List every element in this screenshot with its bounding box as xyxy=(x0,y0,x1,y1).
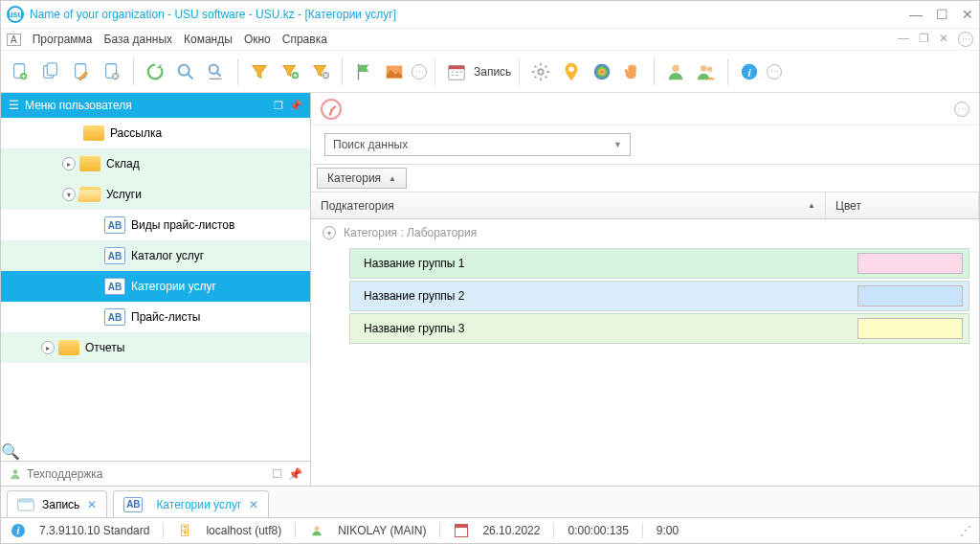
tree-item-label: Прайс-листы xyxy=(131,310,201,324)
filter-clear-button[interactable] xyxy=(307,58,334,85)
tree-item[interactable]: ABПрайс-листы xyxy=(1,302,310,332)
resize-grip[interactable]: ⋰ xyxy=(960,524,969,537)
tab-label: Категории услуг xyxy=(156,498,241,511)
calendar-button[interactable] xyxy=(443,58,470,85)
search-list-button[interactable] xyxy=(203,58,230,85)
toolbar-more-1[interactable]: ⋯ xyxy=(412,64,427,79)
tree-item[interactable]: ABКатегории услуг xyxy=(1,271,310,302)
menu-commands[interactable]: Команды xyxy=(184,33,233,46)
tree-item[interactable]: ▸Отчеты xyxy=(1,332,310,363)
location-button[interactable] xyxy=(558,58,585,85)
col-subcategory-label: Подкатегория xyxy=(321,199,394,213)
group-bar: Категория ▲ xyxy=(311,164,979,193)
record-label[interactable]: Запись xyxy=(474,65,511,79)
font-box-icon[interactable]: A xyxy=(7,34,21,46)
tab-close-icon[interactable]: ✕ xyxy=(87,498,97,511)
bottom-tab[interactable]: ABКатегории услуг✕ xyxy=(113,490,269,517)
bottom-tab[interactable]: Запись✕ xyxy=(7,490,107,517)
table-row[interactable]: Название группы 2 xyxy=(349,281,969,311)
mdi-close-button[interactable]: ✕ xyxy=(939,32,948,47)
toolbar-more-2[interactable]: ⋯ xyxy=(767,64,782,79)
collapse-icon[interactable]: ▾ xyxy=(323,226,336,239)
titlebar: usu Name of your organization - USU soft… xyxy=(1,1,979,28)
svg-point-15 xyxy=(569,66,575,72)
search-dropdown[interactable]: Поиск данных ▼ xyxy=(324,133,631,156)
delete-doc-button[interactable] xyxy=(99,58,125,85)
left-pane: ☰ Меню пользователя ❐ 📌 Рассылка▸Склад▾У… xyxy=(1,93,311,486)
tab-close-icon[interactable]: ✕ xyxy=(249,498,258,511)
body: ☰ Меню пользователя ❐ 📌 Рассылка▸Склад▾У… xyxy=(1,93,979,486)
user-button[interactable] xyxy=(662,58,689,85)
table-row[interactable]: Название группы 1 xyxy=(349,248,969,279)
expander-icon[interactable]: ▸ xyxy=(41,341,55,354)
svg-point-25 xyxy=(315,526,320,531)
clock-icon[interactable] xyxy=(321,99,342,120)
folder-icon xyxy=(79,187,100,202)
mdi-help-icon[interactable]: ⋯ xyxy=(958,32,973,47)
table-row[interactable]: Название группы 3 xyxy=(349,313,969,344)
expander-icon[interactable]: ▾ xyxy=(62,188,76,201)
flag-button[interactable] xyxy=(350,58,377,85)
refresh-button[interactable] xyxy=(142,58,168,85)
panel-window-icon[interactable]: ❐ xyxy=(274,100,283,112)
group-row[interactable]: ▾ Категория : Лаборатория xyxy=(311,219,979,246)
expander-icon[interactable]: ▸ xyxy=(62,157,76,170)
user-icon xyxy=(309,523,324,538)
info-button[interactable]: i xyxy=(736,58,763,85)
edit-doc-button[interactable] xyxy=(68,58,95,85)
menu-database[interactable]: База данных xyxy=(104,33,172,46)
content-more-icon[interactable]: ⋯ xyxy=(954,102,969,117)
user-menu-title: Меню пользователя xyxy=(25,99,132,112)
tree-item[interactable]: Рассылка xyxy=(1,118,310,148)
svg-point-18 xyxy=(701,65,706,71)
database-icon: 🗄 xyxy=(177,523,192,538)
support-panel: Техподдержка ☐ 📌 xyxy=(1,461,310,486)
grid-body[interactable]: ▾ Категория : Лаборатория Название групп… xyxy=(311,219,979,486)
menu-window[interactable]: Окно xyxy=(244,33,271,46)
col-subcategory[interactable]: Подкатегория ▲ xyxy=(311,193,826,218)
support-window-icon[interactable]: ☐ xyxy=(272,467,282,481)
tree-item[interactable]: ABКаталог услуг xyxy=(1,240,310,271)
menubar: A Программа База данных Команды Окно Спр… xyxy=(1,28,979,51)
nav-tree[interactable]: Рассылка▸Склад▾УслугиABВиды прайс-листов… xyxy=(1,118,310,442)
menu-program[interactable]: Программа xyxy=(33,33,93,46)
support-label[interactable]: Техподдержка xyxy=(27,467,103,481)
search-icon[interactable]: 🔍 xyxy=(1,443,20,460)
tree-search-row: 🔍 xyxy=(1,442,310,461)
tree-item[interactable]: ▾Услуги xyxy=(1,179,310,210)
mdi-minimize-button[interactable]: — xyxy=(898,32,909,47)
search-button[interactable] xyxy=(172,58,199,85)
tree-item[interactable]: ABВиды прайс-листов xyxy=(1,210,310,240)
window-title: Name of your organization - USU software… xyxy=(30,8,909,21)
cell-subcategory: Название группы 1 xyxy=(350,257,852,270)
svg-point-8 xyxy=(210,64,218,73)
svg-point-16 xyxy=(594,63,611,79)
panel-pin-icon[interactable]: 📌 xyxy=(289,100,302,112)
menu-help[interactable]: Справка xyxy=(282,33,327,46)
close-button[interactable]: ✕ xyxy=(962,7,973,22)
users-button[interactable] xyxy=(693,58,720,85)
color-swatch xyxy=(858,253,963,274)
settings-button[interactable] xyxy=(527,58,554,85)
hand-button[interactable] xyxy=(619,58,646,85)
col-color[interactable]: Цвет xyxy=(826,193,979,218)
info-icon: i xyxy=(11,523,26,538)
support-pin-icon[interactable]: 📌 xyxy=(288,467,302,481)
new-doc-button[interactable] xyxy=(7,58,33,85)
group-chip[interactable]: Категория ▲ xyxy=(317,168,407,189)
filter-add-button[interactable] xyxy=(277,58,303,85)
svg-point-7 xyxy=(179,64,189,75)
search-area: Поиск данных ▼ xyxy=(311,125,979,164)
svg-point-19 xyxy=(707,66,713,72)
ab-icon: AB xyxy=(123,497,143,512)
group-chip-label: Категория xyxy=(327,171,381,185)
host-label: localhost (utf8) xyxy=(206,524,281,537)
image-button[interactable] xyxy=(381,58,408,85)
mdi-restore-button[interactable]: ❐ xyxy=(919,32,929,47)
tree-item[interactable]: ▸Склад xyxy=(1,148,310,179)
copy-doc-button[interactable] xyxy=(37,58,64,85)
filter-button[interactable] xyxy=(246,58,273,85)
maximize-button[interactable]: ☐ xyxy=(936,7,948,22)
minimize-button[interactable]: — xyxy=(909,7,923,22)
color-button[interactable] xyxy=(589,58,615,85)
